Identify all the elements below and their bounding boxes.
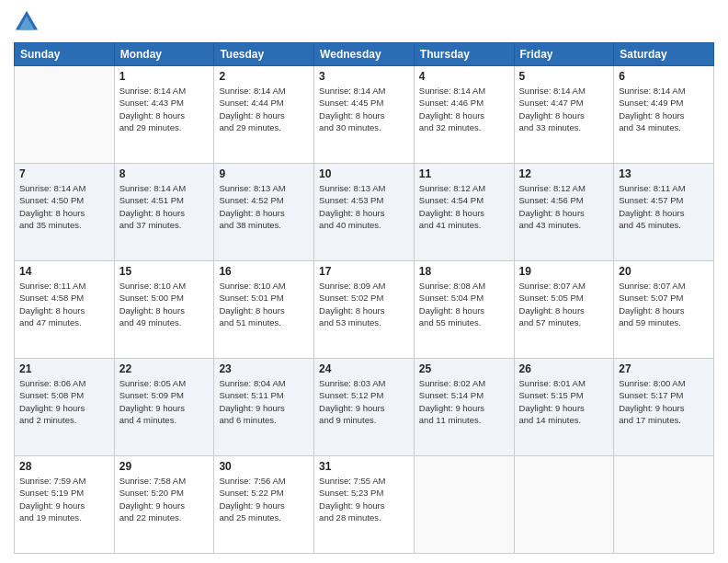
day-cell: 11Sunrise: 8:12 AM Sunset: 4:54 PM Dayli… [414,164,514,261]
day-info: Sunrise: 8:14 AM Sunset: 4:47 PM Dayligh… [519,85,609,133]
day-info: Sunrise: 8:14 AM Sunset: 4:45 PM Dayligh… [319,85,409,133]
day-cell: 28Sunrise: 7:59 AM Sunset: 5:19 PM Dayli… [15,456,115,554]
page: SundayMondayTuesdayWednesdayThursdayFrid… [0,0,728,563]
day-cell: 14Sunrise: 8:11 AM Sunset: 4:58 PM Dayli… [15,261,115,359]
day-cell: 22Sunrise: 8:05 AM Sunset: 5:09 PM Dayli… [114,359,214,456]
day-info: Sunrise: 7:55 AM Sunset: 5:23 PM Dayligh… [319,475,409,523]
day-info: Sunrise: 7:56 AM Sunset: 5:22 PM Dayligh… [219,475,309,523]
day-cell: 16Sunrise: 8:10 AM Sunset: 5:01 PM Dayli… [214,261,314,359]
day-number: 8 [119,167,210,180]
day-cell: 12Sunrise: 8:12 AM Sunset: 4:56 PM Dayli… [514,164,614,261]
day-info: Sunrise: 7:59 AM Sunset: 5:19 PM Dayligh… [19,475,109,523]
day-info: Sunrise: 8:10 AM Sunset: 5:00 PM Dayligh… [119,280,210,328]
week-row-1: 1Sunrise: 8:14 AM Sunset: 4:43 PM Daylig… [15,66,714,164]
day-cell: 7Sunrise: 8:14 AM Sunset: 4:50 PM Daylig… [15,164,115,261]
day-info: Sunrise: 8:14 AM Sunset: 4:44 PM Dayligh… [219,85,309,133]
day-cell: 5Sunrise: 8:14 AM Sunset: 4:47 PM Daylig… [514,66,614,164]
day-cell: 4Sunrise: 8:14 AM Sunset: 4:46 PM Daylig… [414,66,514,164]
day-info: Sunrise: 8:09 AM Sunset: 5:02 PM Dayligh… [319,280,409,328]
weekday-wednesday: Wednesday [314,43,415,66]
day-cell: 2Sunrise: 8:14 AM Sunset: 4:44 PM Daylig… [214,66,314,164]
day-info: Sunrise: 8:07 AM Sunset: 5:05 PM Dayligh… [519,280,609,328]
day-cell [414,456,514,554]
day-info: Sunrise: 8:13 AM Sunset: 4:52 PM Dayligh… [219,182,309,231]
day-number: 23 [219,362,309,375]
day-info: Sunrise: 8:14 AM Sunset: 4:46 PM Dayligh… [419,85,509,133]
day-cell: 31Sunrise: 7:55 AM Sunset: 5:23 PM Dayli… [314,456,415,554]
day-number: 21 [19,362,109,375]
day-number: 19 [519,265,609,278]
day-info: Sunrise: 8:11 AM Sunset: 4:58 PM Dayligh… [19,280,109,328]
calendar-table: SundayMondayTuesdayWednesdayThursdayFrid… [14,42,714,554]
day-info: Sunrise: 8:11 AM Sunset: 4:57 PM Dayligh… [619,182,709,231]
day-info: Sunrise: 8:06 AM Sunset: 5:08 PM Dayligh… [19,377,109,426]
day-number: 31 [319,460,409,473]
day-number: 7 [19,167,109,180]
day-number: 10 [319,167,409,180]
day-number: 27 [619,362,709,375]
day-cell: 23Sunrise: 8:04 AM Sunset: 5:11 PM Dayli… [214,359,314,456]
week-row-4: 21Sunrise: 8:06 AM Sunset: 5:08 PM Dayli… [15,359,714,456]
day-number: 9 [219,167,309,180]
day-cell: 26Sunrise: 8:01 AM Sunset: 5:15 PM Dayli… [514,359,614,456]
day-cell [514,456,614,554]
day-cell: 6Sunrise: 8:14 AM Sunset: 4:49 PM Daylig… [614,66,714,164]
day-info: Sunrise: 7:58 AM Sunset: 5:20 PM Dayligh… [119,475,210,523]
day-number: 11 [419,167,509,180]
day-number: 16 [219,265,309,278]
day-number: 15 [119,265,210,278]
weekday-monday: Monday [114,43,214,66]
day-info: Sunrise: 8:07 AM Sunset: 5:07 PM Dayligh… [619,280,709,328]
week-row-2: 7Sunrise: 8:14 AM Sunset: 4:50 PM Daylig… [15,164,714,261]
weekday-header-row: SundayMondayTuesdayWednesdayThursdayFrid… [15,43,714,66]
day-cell: 9Sunrise: 8:13 AM Sunset: 4:52 PM Daylig… [214,164,314,261]
day-number: 18 [419,265,509,278]
day-number: 26 [519,362,609,375]
weekday-tuesday: Tuesday [214,43,314,66]
day-cell: 8Sunrise: 8:14 AM Sunset: 4:51 PM Daylig… [114,164,214,261]
day-cell: 20Sunrise: 8:07 AM Sunset: 5:07 PM Dayli… [614,261,714,359]
day-cell: 19Sunrise: 8:07 AM Sunset: 5:05 PM Dayli… [514,261,614,359]
day-cell: 25Sunrise: 8:02 AM Sunset: 5:14 PM Dayli… [414,359,514,456]
day-number: 1 [119,70,210,83]
day-cell: 17Sunrise: 8:09 AM Sunset: 5:02 PM Dayli… [314,261,415,359]
day-info: Sunrise: 8:02 AM Sunset: 5:14 PM Dayligh… [419,377,509,426]
day-number: 4 [419,70,509,83]
day-number: 13 [619,167,709,180]
day-cell: 27Sunrise: 8:00 AM Sunset: 5:17 PM Dayli… [614,359,714,456]
day-info: Sunrise: 8:14 AM Sunset: 4:43 PM Dayligh… [119,85,210,133]
day-number: 12 [519,167,609,180]
weekday-saturday: Saturday [614,43,714,66]
day-cell: 10Sunrise: 8:13 AM Sunset: 4:53 PM Dayli… [314,164,415,261]
day-info: Sunrise: 8:14 AM Sunset: 4:50 PM Dayligh… [19,182,109,231]
day-info: Sunrise: 8:12 AM Sunset: 4:56 PM Dayligh… [519,182,609,231]
logo [14,9,41,35]
day-info: Sunrise: 8:00 AM Sunset: 5:17 PM Dayligh… [619,377,709,426]
day-info: Sunrise: 8:01 AM Sunset: 5:15 PM Dayligh… [519,377,609,426]
day-number: 28 [19,460,109,473]
day-cell: 29Sunrise: 7:58 AM Sunset: 5:20 PM Dayli… [114,456,214,554]
day-number: 20 [619,265,709,278]
day-number: 25 [419,362,509,375]
day-info: Sunrise: 8:13 AM Sunset: 4:53 PM Dayligh… [319,182,409,231]
day-number: 17 [319,265,409,278]
day-number: 2 [219,70,309,83]
day-cell: 3Sunrise: 8:14 AM Sunset: 4:45 PM Daylig… [314,66,415,164]
weekday-friday: Friday [514,43,614,66]
day-number: 30 [219,460,309,473]
week-row-5: 28Sunrise: 7:59 AM Sunset: 5:19 PM Dayli… [15,456,714,554]
day-info: Sunrise: 8:14 AM Sunset: 4:49 PM Dayligh… [619,85,709,133]
day-info: Sunrise: 8:08 AM Sunset: 5:04 PM Dayligh… [419,280,509,328]
day-cell: 1Sunrise: 8:14 AM Sunset: 4:43 PM Daylig… [114,66,214,164]
day-number: 22 [119,362,210,375]
day-info: Sunrise: 8:03 AM Sunset: 5:12 PM Dayligh… [319,377,409,426]
day-cell: 13Sunrise: 8:11 AM Sunset: 4:57 PM Dayli… [614,164,714,261]
day-cell: 30Sunrise: 7:56 AM Sunset: 5:22 PM Dayli… [214,456,314,554]
day-cell [15,66,115,164]
day-info: Sunrise: 8:04 AM Sunset: 5:11 PM Dayligh… [219,377,309,426]
day-cell: 15Sunrise: 8:10 AM Sunset: 5:00 PM Dayli… [114,261,214,359]
week-row-3: 14Sunrise: 8:11 AM Sunset: 4:58 PM Dayli… [15,261,714,359]
day-info: Sunrise: 8:10 AM Sunset: 5:01 PM Dayligh… [219,280,309,328]
header [14,9,714,35]
day-number: 14 [19,265,109,278]
